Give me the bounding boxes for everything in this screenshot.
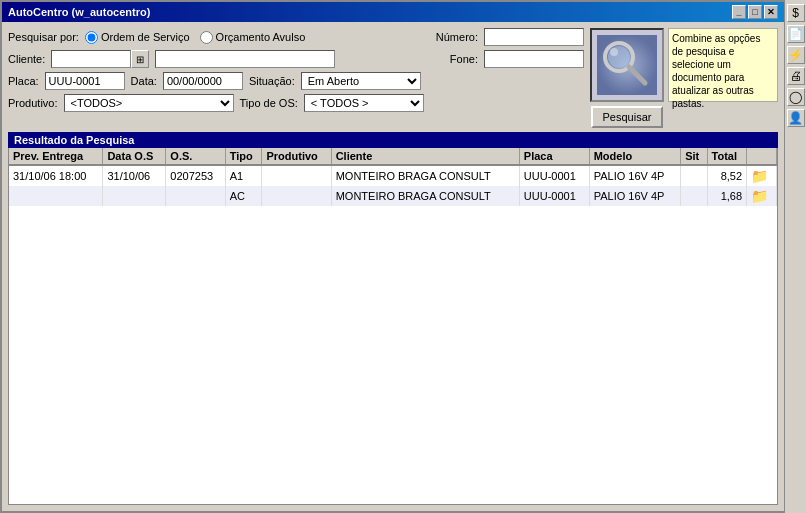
cell-total: 8,52: [707, 165, 747, 186]
hint-box: Combine as opções de pesquisa e selecion…: [668, 28, 778, 102]
close-button[interactable]: ✕: [764, 5, 778, 19]
cell-prev-entrega: [9, 186, 103, 206]
col-data-os: Data O.S: [103, 148, 166, 165]
cell-sit: [681, 165, 707, 186]
pesquisar-por-label: Pesquisar por:: [8, 31, 79, 43]
sidebar-btn-circle[interactable]: ◯: [787, 88, 805, 106]
tipo-os-label: Tipo de OS:: [240, 97, 298, 109]
sidebar-btn-dollar[interactable]: $: [787, 4, 805, 22]
fone-input[interactable]: [484, 50, 584, 68]
radio-ordem-servico-label: Ordem de Serviço: [101, 31, 190, 43]
placa-input[interactable]: [45, 72, 125, 90]
radio-ordem-servico-input[interactable]: [85, 31, 98, 44]
svg-point-4: [610, 48, 618, 56]
radio-orcamento-input[interactable]: [200, 31, 213, 44]
produtivo-label: Produtivo:: [8, 97, 58, 109]
situacao-label: Situação:: [249, 75, 295, 87]
cliente-label: Cliente:: [8, 53, 45, 65]
result-table: Prev. Entrega Data O.S O.S. Tipo Produti…: [9, 148, 777, 206]
cell-icon[interactable]: 📁: [747, 186, 777, 206]
sidebar-btn-person[interactable]: 👤: [787, 109, 805, 127]
pesquisar-button[interactable]: Pesquisar: [591, 106, 664, 128]
placa-data-row: Placa: Data: Situação: Em Aberto Fechado…: [8, 72, 584, 90]
cliente-lookup-button[interactable]: ⊞: [131, 50, 149, 68]
minimize-button[interactable]: _: [732, 5, 746, 19]
cliente-row: Cliente: ⊞ Fone:: [8, 50, 584, 68]
logo-svg: [597, 35, 657, 95]
cell-cliente: MONTEIRO BRAGA CONSULT: [331, 165, 519, 186]
tipo-os-select[interactable]: < TODOS >: [304, 94, 424, 112]
table-row[interactable]: 31/10/06 18:00 31/10/06 0207253 A1 MONTE…: [9, 165, 777, 186]
placa-label: Placa:: [8, 75, 39, 87]
result-table-wrapper: Prev. Entrega Data O.S O.S. Tipo Produti…: [8, 148, 778, 505]
maximize-button[interactable]: □: [748, 5, 762, 19]
cell-placa: UUU-0001: [519, 165, 589, 186]
col-action: [747, 148, 777, 165]
fone-label: Fone:: [450, 53, 478, 65]
radio-orcamento-label: Orçamento Avulso: [216, 31, 306, 43]
cell-total: 1,68: [707, 186, 747, 206]
cell-produtivo: [262, 186, 331, 206]
cell-os: 0207253: [166, 165, 225, 186]
numero-input[interactable]: [484, 28, 584, 46]
logo-image: [590, 28, 664, 102]
table-row[interactable]: AC MONTEIRO BRAGA CONSULT UUU-0001 PALIO…: [9, 186, 777, 206]
right-panel: Pesquisar Combine as opções de pesquisa …: [590, 28, 778, 128]
col-total: Total: [707, 148, 747, 165]
sidebar-btn-lightning[interactable]: ⚡: [787, 46, 805, 64]
folder-icon[interactable]: 📁: [751, 188, 768, 204]
col-prev-entrega: Prev. Entrega: [9, 148, 103, 165]
table-header-row: Prev. Entrega Data O.S O.S. Tipo Produti…: [9, 148, 777, 165]
cliente-input[interactable]: [51, 50, 131, 68]
hint-text: Combine as opções de pesquisa e selecion…: [672, 33, 760, 109]
col-modelo: Modelo: [589, 148, 680, 165]
sidebar-btn-doc[interactable]: 📄: [787, 25, 805, 43]
cell-os: [166, 186, 225, 206]
col-cliente: Cliente: [331, 148, 519, 165]
col-sit: Sit: [681, 148, 707, 165]
cell-placa: UUU-0001: [519, 186, 589, 206]
radio-group: Ordem de Serviço Orçamento Avulso: [85, 31, 305, 44]
cell-tipo: AC: [225, 186, 262, 206]
title-bar: AutoCentro (w_autocentro) _ □ ✕: [2, 2, 784, 22]
col-os: O.S.: [166, 148, 225, 165]
produtivo-row: Produtivo: <TODOS> Tipo de OS: < TODOS >: [8, 94, 584, 112]
cell-cliente: MONTEIRO BRAGA CONSULT: [331, 186, 519, 206]
cell-produtivo: [262, 165, 331, 186]
radio-orcamento[interactable]: Orçamento Avulso: [200, 31, 306, 44]
col-produtivo: Produtivo: [262, 148, 331, 165]
data-input[interactable]: [163, 72, 243, 90]
cell-modelo: PALIO 16V 4P: [589, 165, 680, 186]
sidebar: $ 📄 ⚡ 🖨 ◯ 👤: [784, 0, 806, 513]
numero-label: Número:: [436, 31, 478, 43]
cell-modelo: PALIO 16V 4P: [589, 186, 680, 206]
col-placa: Placa: [519, 148, 589, 165]
title-bar-controls: _ □ ✕: [732, 5, 778, 19]
cell-data-os: [103, 186, 166, 206]
folder-icon[interactable]: 📁: [751, 168, 768, 184]
produtivo-select[interactable]: <TODOS>: [64, 94, 234, 112]
radio-ordem-servico[interactable]: Ordem de Serviço: [85, 31, 190, 44]
resultado-header: Resultado da Pesquisa: [8, 132, 778, 148]
cliente-input-group: ⊞: [51, 50, 149, 68]
cell-data-os: 31/10/06: [103, 165, 166, 186]
situacao-select[interactable]: Em Aberto Fechado Cancelado Todos: [301, 72, 421, 90]
cell-icon[interactable]: 📁: [747, 165, 777, 186]
cliente-name-input[interactable]: [155, 50, 335, 68]
col-tipo: Tipo: [225, 148, 262, 165]
cell-sit: [681, 186, 707, 206]
data-label: Data:: [131, 75, 157, 87]
search-type-row: Pesquisar por: Ordem de Serviço Orçament…: [8, 28, 584, 46]
sidebar-btn-print[interactable]: 🖨: [787, 67, 805, 85]
resultado-section: Resultado da Pesquisa Prev. Entrega Data…: [8, 132, 778, 505]
window-title: AutoCentro (w_autocentro): [8, 6, 150, 18]
cell-tipo: A1: [225, 165, 262, 186]
cell-prev-entrega: 31/10/06 18:00: [9, 165, 103, 186]
